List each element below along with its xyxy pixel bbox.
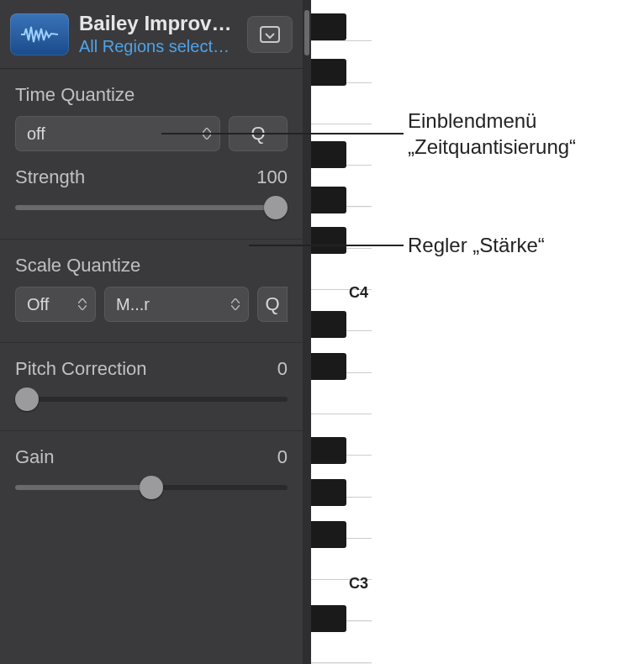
gain-slider[interactable] xyxy=(15,477,288,498)
audio-track-icon xyxy=(10,13,69,55)
track-subtitle[interactable]: All Regions selected... xyxy=(79,37,237,56)
piano-keyboard[interactable]: C4C3 xyxy=(311,0,372,664)
gain-label: Gain xyxy=(15,446,54,468)
pitch-correction-slider[interactable] xyxy=(15,388,288,410)
chevrons-icon xyxy=(229,298,242,310)
inspector-panel: Bailey Improv 04 All Regions selected...… xyxy=(0,0,372,664)
scale-key-value: Off xyxy=(27,295,76,314)
svg-rect-0 xyxy=(261,27,279,42)
pitch-correction-label: Pitch Correction xyxy=(15,358,147,380)
vertical-scrollbar[interactable] xyxy=(303,0,311,664)
callout-line xyxy=(161,133,404,134)
scale-quantize-title: Scale Quantize xyxy=(15,255,288,277)
chevrons-icon xyxy=(76,298,89,310)
pitch-correction-value: 0 xyxy=(277,358,288,380)
callout-time-quantize: Einblendmenü „Zeitquantisierung“ xyxy=(408,108,644,160)
strength-slider[interactable] xyxy=(15,197,288,219)
time-quantize-title: Time Quantize xyxy=(15,84,288,106)
callout-line xyxy=(249,245,404,246)
region-dropdown-button[interactable] xyxy=(247,16,293,53)
octave-label-c4: C4 xyxy=(349,284,368,302)
strength-value: 100 xyxy=(256,166,288,188)
time-quantize-section: Time Quantize off Q Strength 100 xyxy=(0,69,303,240)
scale-quantize-scale-popup[interactable]: M...r xyxy=(104,287,249,322)
scale-scale-value: M...r xyxy=(116,295,229,314)
strength-label: Strength xyxy=(15,166,85,188)
piano-column: C4C3 xyxy=(303,0,372,664)
gain-value: 0 xyxy=(277,446,288,468)
gain-section: Gain 0 xyxy=(0,431,303,519)
pitch-correction-section: Pitch Correction 0 xyxy=(0,343,303,431)
inspector-column: Bailey Improv 04 All Regions selected...… xyxy=(0,0,303,664)
scale-quantize-apply-button[interactable]: Q xyxy=(257,287,288,322)
track-title: Bailey Improv 04 xyxy=(79,12,237,35)
octave-label-c3: C3 xyxy=(349,575,368,593)
callout-strength: Regler „Stärke“ xyxy=(408,232,545,258)
scale-quantize-section: Scale Quantize Off M...r xyxy=(0,240,303,343)
scale-quantize-key-popup[interactable]: Off xyxy=(15,287,96,322)
q-label: Q xyxy=(265,293,279,315)
inspector-header: Bailey Improv 04 All Regions selected... xyxy=(0,0,303,69)
